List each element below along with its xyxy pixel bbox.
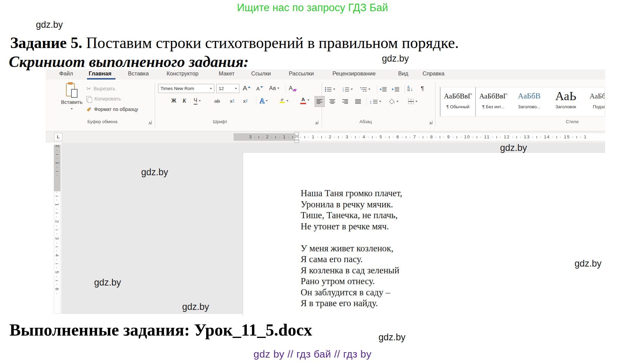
divider [405, 85, 405, 94]
chevron-down-icon [368, 89, 370, 90]
show-marks-button[interactable]: ¶ [421, 84, 424, 94]
shrink-font-button[interactable]: А [256, 83, 263, 93]
multilevel-list-button[interactable] [360, 84, 370, 94]
font-color-button[interactable]: А [300, 95, 309, 105]
justify-icon [355, 99, 361, 104]
poem-line: Я в траве его найду. [301, 298, 402, 309]
group-separator [155, 82, 155, 127]
bold-button[interactable]: Ж [171, 96, 176, 106]
screenshot-subtitle: Скриншот выполненного задания: [9, 53, 249, 71]
italic-button[interactable]: K [182, 96, 186, 106]
numbered-list-icon: 123 [343, 87, 349, 92]
tab-home[interactable]: Главная [89, 70, 111, 77]
align-left-button[interactable] [315, 96, 324, 107]
tab-file[interactable]: Файл [59, 70, 73, 77]
style-preview: АаЬ [549, 87, 582, 104]
underline-button[interactable]: Ч [194, 96, 201, 106]
tagline: gdz by // гдз бай // гдз by [0, 348, 625, 360]
align-right-icon [342, 99, 348, 104]
bullet-list-icon [325, 87, 332, 92]
sort-arrow-icon: ↓ [410, 86, 413, 92]
clear-formatting-button[interactable]: А [289, 83, 296, 93]
tab-help[interactable]: Справка [423, 70, 445, 77]
style-preview: АаБбВ [586, 87, 605, 104]
borders-grid-icon [408, 99, 414, 104]
format-painter-label: Формат по образцу [94, 107, 138, 112]
watermark: gdz.by [575, 258, 602, 269]
align-right-button[interactable] [341, 96, 350, 107]
style-heading1[interactable]: АаБбВ Заголово... [513, 87, 546, 116]
copy-button[interactable]: Копировать [86, 95, 121, 103]
format-painter-button[interactable]: Формат по образцу [86, 105, 138, 113]
tab-design[interactable]: Конструктор [167, 70, 198, 77]
font-size-value: 12 [219, 86, 224, 91]
indent-marker[interactable] [294, 132, 299, 143]
justify-button[interactable] [353, 96, 363, 107]
watermark: gdz.by [182, 302, 209, 312]
font-dialog-launcher-icon[interactable] [315, 120, 319, 124]
poem-line: Я козленка в сад зеленый [301, 265, 402, 276]
clipboard-dialog-launcher-icon[interactable] [148, 120, 152, 124]
strikethrough-button[interactable]: ab [214, 96, 220, 106]
tab-view[interactable]: Вид [398, 70, 408, 77]
horizontal-ruler-row: L 3 · ı · 2 · ı · 1 · ı · · ı · 1 · ı · … [46, 131, 605, 143]
tab-references[interactable]: Ссылки [251, 70, 271, 77]
decrease-indent-button[interactable] [380, 84, 387, 94]
font-name-select[interactable]: Times New Rom [158, 84, 214, 93]
caret-down-icon [260, 86, 263, 88]
sort-button[interactable]: АЯ ↓ [407, 84, 413, 94]
superscript-button[interactable]: x2 [243, 96, 247, 106]
highlight-button[interactable] [279, 96, 288, 106]
style-subtitle[interactable]: АаБбВ Подзаг [586, 87, 605, 116]
text-effects-button[interactable]: A [260, 96, 268, 106]
change-case-label: Аа [269, 85, 276, 91]
caret-up-icon [248, 86, 251, 88]
poem-line: Я сама его пасу. [301, 254, 402, 265]
style-label: Заголово... [513, 104, 546, 109]
increase-indent-button[interactable] [392, 84, 400, 94]
word-window: Файл Главная Вставка Конструктор Макет С… [46, 69, 605, 316]
numbering-button[interactable]: 123 [343, 84, 353, 94]
ruler-margin-scale[interactable]: 3 · ı · 2 · ı · 1 · ı · [234, 133, 299, 141]
tab-insert[interactable]: Вставка [128, 70, 149, 77]
svg-text:3: 3 [343, 90, 344, 92]
style-title[interactable]: АаЬ Заголовок [549, 87, 582, 116]
paragraph-dialog-launcher-icon[interactable] [429, 120, 433, 124]
tab-mailings[interactable]: Рассылки [289, 70, 314, 77]
subscript-button[interactable]: x2 [230, 96, 234, 106]
paste-label: Вставить [59, 99, 84, 105]
tab-layout[interactable]: Макет [219, 70, 235, 77]
poem-line: Он заблудится в саду – [301, 287, 402, 298]
cut-button[interactable]: ✂ Вырезать [86, 85, 115, 93]
shading-button[interactable] [389, 96, 398, 107]
font-size-select[interactable]: 12 [216, 84, 239, 93]
font-color-bar [300, 103, 306, 104]
tab-review[interactable]: Рецензирование [332, 70, 375, 77]
ruler-scale[interactable]: · ı · 1 · ı · 2 · ı · 3 · ı · 4 · ı · 5 … [299, 133, 605, 141]
ribbon: Вставить ✂ Вырезать Копировать Формат по… [46, 79, 605, 131]
style-label: Подзаг [586, 104, 605, 109]
tab-selector-button[interactable]: L [54, 133, 62, 141]
align-center-button[interactable] [328, 96, 337, 107]
line-spacing-button[interactable]: ↕ [369, 96, 381, 107]
chevron-down-icon [333, 89, 335, 90]
document-page[interactable]: Наша Таня громко плачет, Уронила в речку… [243, 152, 605, 316]
poem-text: Наша Таня громко плачет, Уронила в речку… [301, 188, 402, 309]
font-color-label: А [301, 96, 305, 102]
paragraph-group-label: Абзац [323, 119, 408, 124]
grow-font-button[interactable]: А [243, 83, 251, 93]
bullets-button[interactable] [325, 84, 335, 94]
style-normal[interactable]: АаБбВвГ ¶ Обычный [440, 87, 475, 116]
change-case-button[interactable]: Аа [269, 83, 279, 93]
borders-button[interactable] [408, 96, 417, 107]
paste-button[interactable]: Вставить [59, 82, 84, 118]
style-no-spacing[interactable]: АаБбВвГ ¶ Без инт... [477, 87, 510, 116]
paint-bucket-icon [389, 99, 395, 105]
style-preview: АаБбВвГ [440, 87, 475, 104]
scissors-icon: ✂ [86, 86, 91, 92]
chevron-down-icon [286, 100, 288, 101]
divider [256, 96, 256, 105]
lines-icon [373, 99, 378, 104]
grow-font-label: А [243, 85, 247, 92]
paste-dropdown-icon[interactable] [71, 108, 73, 110]
